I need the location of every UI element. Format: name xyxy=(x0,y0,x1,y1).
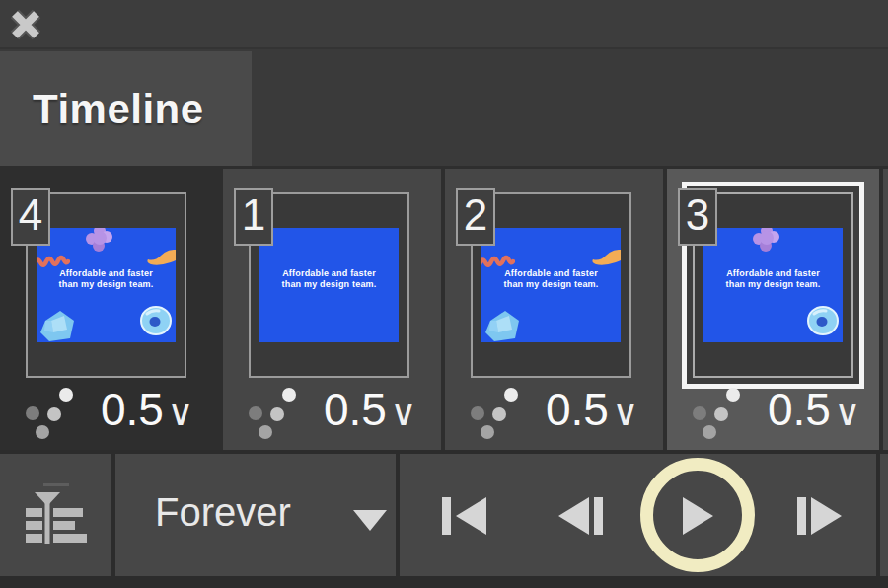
frame-number-badge: 4 xyxy=(11,188,50,246)
dots-decoration xyxy=(469,388,524,443)
timeline-frame[interactable]: 2 Affordable and faster than my design t… xyxy=(445,169,663,450)
frame-artwork: Affordable and faster than my design tea… xyxy=(481,228,621,342)
frame-delay-selector[interactable]: 0.5∨ xyxy=(101,386,194,436)
caption-line-2: than my design team. xyxy=(259,279,399,290)
delay-chevron-icon: ∨ xyxy=(167,392,194,433)
caption-line-2: than my design team. xyxy=(481,279,621,290)
close-icon xyxy=(8,7,43,42)
tab-label: Timeline xyxy=(33,86,204,133)
loop-count-value: Forever xyxy=(155,490,291,535)
blue-donut-decoration-icon xyxy=(139,305,173,336)
frame-caption: Affordable and faster than my design tea… xyxy=(37,268,176,290)
close-button[interactable] xyxy=(8,7,43,42)
loop-count-dropdown[interactable]: Forever xyxy=(115,454,396,576)
control-bar: Forever xyxy=(0,454,888,576)
first-frame-button[interactable] xyxy=(431,485,496,547)
blue-donut-decoration-icon xyxy=(806,305,840,336)
frames-row: 1 Affordable and faster than my design t… xyxy=(0,166,888,450)
previous-frame-icon xyxy=(558,497,589,535)
caption-line-2: than my design team. xyxy=(703,279,843,290)
frame-artwork: Affordable and faster than my design tea… xyxy=(259,228,399,342)
dots-decoration xyxy=(691,388,746,443)
frame-caption: Affordable and faster than my design tea… xyxy=(481,268,621,290)
squiggle-decoration-icon xyxy=(481,252,515,271)
orange-blob-decoration-icon xyxy=(145,242,176,267)
frame-number: 1 xyxy=(236,190,271,240)
panel-titlebar xyxy=(0,0,888,47)
frame-number-badge: 3 xyxy=(678,188,717,246)
delay-chevron-icon: ∨ xyxy=(390,392,417,433)
caption-line-1: Affordable and faster xyxy=(259,268,399,279)
convert-to-video-timeline-button[interactable] xyxy=(0,454,111,576)
panel-bottom-edge xyxy=(0,576,888,588)
frame-delay-selector[interactable]: 0.5∨ xyxy=(546,386,639,436)
frame-delay-selector[interactable]: 0.5∨ xyxy=(768,386,861,436)
frame-number: 3 xyxy=(680,190,715,240)
frame-artwork: Affordable and faster than my design tea… xyxy=(37,228,176,342)
squiggle-decoration-icon xyxy=(37,252,70,271)
previous-frame-button[interactable] xyxy=(548,485,613,547)
play-button[interactable] xyxy=(665,485,730,547)
dropdown-caret-icon xyxy=(353,510,387,531)
timeline-frame[interactable]: 1 Affordable and faster than my design t… xyxy=(223,169,441,450)
purple-blob-decoration-icon xyxy=(84,228,115,255)
caption-line-1: Affordable and faster xyxy=(703,268,843,279)
next-frame-icon xyxy=(797,497,806,535)
frame-number-badge: 2 xyxy=(456,188,495,246)
caption-line-2: than my design team. xyxy=(37,279,176,290)
frame-number-badge: 1 xyxy=(234,188,273,246)
divider xyxy=(396,454,400,576)
divider xyxy=(876,454,880,576)
tab-strip: Timeline xyxy=(0,47,888,166)
frame-delay-value: 0.5 xyxy=(768,384,831,435)
timeline-frame[interactable]: 3 Affordable and faster than my design t… xyxy=(667,169,879,450)
tab-timeline[interactable]: Timeline xyxy=(0,51,252,168)
frame-caption: Affordable and faster than my design tea… xyxy=(703,268,843,290)
frame-number: 2 xyxy=(458,190,493,240)
blue-crumple-decoration-icon xyxy=(38,309,78,342)
dots-decoration xyxy=(24,388,79,443)
dots-decoration xyxy=(247,388,302,443)
delay-chevron-icon: ∨ xyxy=(612,392,639,433)
frame-number: 4 xyxy=(13,190,48,240)
frame-delay-value: 0.5 xyxy=(546,384,609,435)
frames-row-edge xyxy=(883,169,888,450)
play-icon xyxy=(683,497,713,535)
purple-blob-decoration-icon xyxy=(751,228,782,255)
frame-caption: Affordable and faster than my design tea… xyxy=(259,268,399,290)
frame-delay-selector[interactable]: 0.5∨ xyxy=(324,386,417,436)
blue-crumple-decoration-icon xyxy=(483,309,523,342)
frame-delay-value: 0.5 xyxy=(101,384,164,435)
frame-delay-value: 0.5 xyxy=(324,384,387,435)
frame-artwork: Affordable and faster than my design tea… xyxy=(703,228,843,342)
next-frame-button[interactable] xyxy=(786,485,851,547)
timeline-panel: Timeline 1 Affordable and faster than my… xyxy=(0,0,888,588)
first-frame-icon xyxy=(442,497,451,535)
convert-to-video-timeline-icon xyxy=(24,482,89,548)
orange-blob-decoration-icon xyxy=(590,242,621,267)
delay-chevron-icon: ∨ xyxy=(834,392,861,433)
